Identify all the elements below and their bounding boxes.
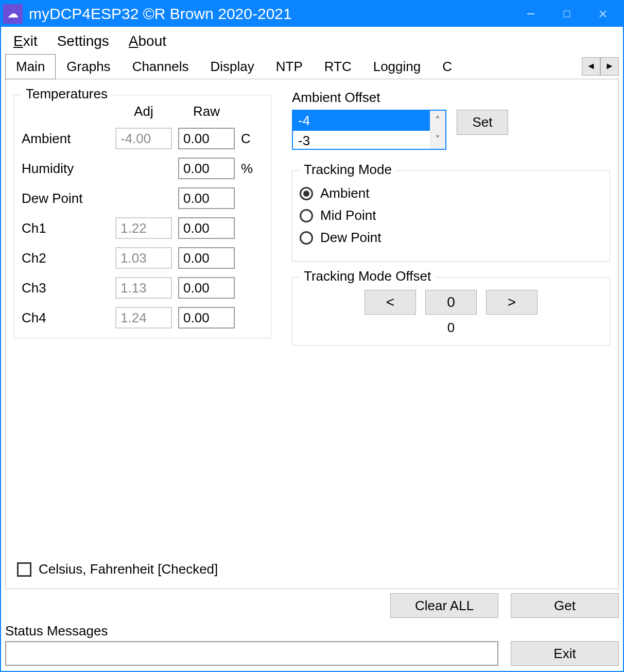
radio-label: Dew Point — [320, 230, 382, 246]
unit-percent: % — [241, 161, 262, 177]
tab-logging[interactable]: Logging — [362, 54, 432, 79]
row-label-ambient: Ambient — [22, 131, 109, 147]
clear-all-button[interactable]: Clear ALL — [390, 593, 498, 618]
unit-checkbox-label: Celsius, Fahrenheit [Checked] — [39, 561, 218, 577]
ch4-raw-field — [178, 307, 235, 329]
ambient-offset-option[interactable]: -3 — [293, 131, 445, 151]
radio-icon — [300, 231, 313, 245]
radio-icon — [300, 209, 313, 222]
unit-celsius: C — [241, 131, 262, 147]
tracking-mode-radio-ambient[interactable]: Ambient — [300, 185, 602, 201]
ch3-adj-field — [115, 277, 172, 299]
status-label: Status Messages — [5, 623, 498, 639]
col-header-adj: Adj — [115, 104, 172, 119]
get-button[interactable]: Get — [511, 593, 619, 618]
humidity-raw-field — [178, 158, 235, 179]
status-box — [5, 641, 498, 666]
app-window: ☁ myDCP4ESP32 ©R Brown 2020-2021 Exit Se… — [0, 0, 624, 672]
bottom-area: Clear ALL Get Status Messages Exit — [5, 593, 619, 666]
tab-strip: Main Graphs Channels Display NTP RTC Log… — [5, 54, 619, 79]
tracking-mode-group: Tracking Mode Ambient Mid Point Dew Poin… — [292, 170, 610, 262]
radio-icon — [300, 187, 313, 200]
tracking-mode-title: Tracking Mode — [300, 162, 396, 178]
row-label-ch4: Ch4 — [22, 310, 109, 326]
scroll-up-icon[interactable]: ˄ — [430, 111, 445, 130]
minimize-button[interactable] — [513, 1, 549, 27]
window-title: myDCP4ESP32 ©R Brown 2020-2021 — [28, 5, 513, 23]
tab-scroll: ◄ ► — [582, 57, 619, 76]
offset-zero-button[interactable]: 0 — [425, 290, 477, 315]
menubar: Exit Settings About — [1, 27, 623, 54]
tab-ntp[interactable]: NTP — [265, 54, 314, 79]
window-controls — [513, 1, 621, 27]
row-label-ch3: Ch3 — [22, 280, 109, 296]
radio-label: Mid Point — [320, 208, 376, 223]
close-button[interactable] — [585, 1, 621, 27]
maximize-button[interactable] — [549, 1, 585, 27]
offset-increase-button[interactable]: > — [486, 290, 538, 315]
scroll-down-icon[interactable]: ˅ — [430, 130, 445, 149]
ch1-raw-field — [178, 217, 235, 239]
menu-exit[interactable]: Exit — [13, 33, 38, 49]
offset-decrease-button[interactable]: < — [365, 290, 416, 315]
svg-rect-1 — [564, 11, 570, 17]
ambient-raw-field — [178, 128, 235, 149]
tracking-mode-offset-title: Tracking Mode Offset — [300, 268, 435, 284]
offset-value: 0 — [300, 320, 602, 336]
ch2-adj-field — [115, 247, 172, 269]
dewpoint-raw-field — [178, 187, 235, 209]
unit-checkbox-row[interactable]: Celsius, Fahrenheit [Checked] — [17, 561, 218, 577]
ambient-adj-field — [115, 128, 172, 149]
app-icon: ☁ — [3, 4, 23, 24]
menu-label: bout — [138, 33, 167, 49]
row-label-dewpoint: Dew Point — [22, 191, 109, 206]
menu-about[interactable]: About — [129, 33, 166, 49]
menu-label: xit — [23, 33, 38, 49]
tab-content-main: Temperatures Adj Raw Ambient C Humidity — [5, 79, 619, 589]
tab-channels[interactable]: Channels — [122, 54, 200, 79]
ambient-offset-label: Ambient Offset — [292, 90, 610, 106]
exit-button[interactable]: Exit — [511, 641, 619, 666]
radio-label: Ambient — [320, 185, 369, 201]
set-button[interactable]: Set — [457, 110, 508, 135]
temperatures-group: Temperatures Adj Raw Ambient C Humidity — [14, 95, 271, 338]
tab-scroll-left[interactable]: ◄ — [582, 57, 600, 76]
row-label-ch1: Ch1 — [22, 220, 109, 236]
tab-rtc[interactable]: RTC — [314, 54, 362, 79]
tab-graphs[interactable]: Graphs — [56, 54, 121, 79]
listbox-scrollbar: ˄ ˅ — [430, 111, 445, 149]
ch4-adj-field — [115, 307, 172, 329]
checkbox-icon — [17, 562, 31, 577]
row-label-ch2: Ch2 — [22, 250, 109, 266]
menu-settings[interactable]: Settings — [57, 33, 109, 49]
tab-more[interactable]: C — [431, 54, 463, 79]
ambient-offset-listbox[interactable]: -4 -3 ˄ ˅ — [292, 110, 446, 150]
tab-display[interactable]: Display — [199, 54, 265, 79]
ch1-adj-field — [115, 217, 172, 239]
tracking-mode-radio-dewpoint[interactable]: Dew Point — [300, 230, 602, 246]
tracking-mode-offset-group: Tracking Mode Offset < 0 > 0 — [292, 277, 610, 346]
ch2-raw-field — [178, 247, 235, 269]
tracking-mode-radio-midpoint[interactable]: Mid Point — [300, 208, 602, 223]
tab-scroll-right[interactable]: ► — [600, 57, 619, 76]
tab-main[interactable]: Main — [5, 54, 56, 79]
row-label-humidity: Humidity — [22, 161, 109, 177]
temperatures-title: Temperatures — [22, 86, 112, 102]
titlebar: ☁ myDCP4ESP32 ©R Brown 2020-2021 — [1, 1, 623, 27]
ambient-offset-option[interactable]: -4 — [293, 111, 445, 131]
ch3-raw-field — [178, 277, 235, 299]
col-header-raw: Raw — [178, 104, 235, 119]
